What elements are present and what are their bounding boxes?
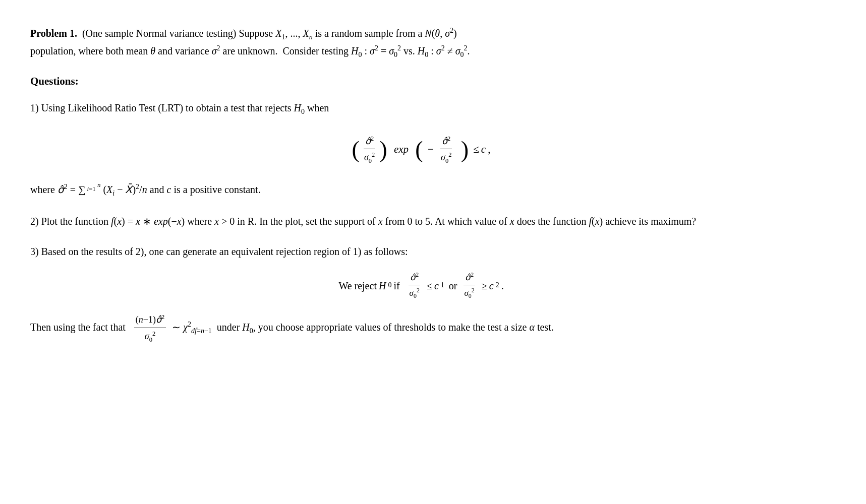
frac-3-den: σ02 bbox=[408, 285, 421, 301]
q3-then-text: Then using the fact that (n−1)σ̂2 σ02 ∼ … bbox=[30, 311, 812, 345]
frac-4-num: σ̂2 bbox=[464, 270, 475, 285]
q2-text: 2) Plot the function f(x) = x ∗ exp(−x) … bbox=[30, 213, 812, 229]
q3-text: 3) Based on the results of 2), one can g… bbox=[30, 243, 812, 260]
right-paren-2: ) bbox=[461, 138, 469, 161]
frac-2-num: σ̂2 bbox=[440, 133, 452, 149]
frac-4: σ̂2 σ02 bbox=[463, 270, 476, 301]
problem-header: Problem 1. (One sample Normal variance t… bbox=[30, 25, 812, 61]
frac-2-den: σ02 bbox=[439, 149, 453, 166]
q1-where: where σ̂2 = ∑i=1n (Xi − X̄)2/n and c is … bbox=[30, 181, 812, 199]
questions-header: Questions: bbox=[30, 73, 812, 90]
question-3: 3) Based on the results of 2), one can g… bbox=[30, 243, 812, 345]
frac-2: σ̂2 σ02 bbox=[439, 133, 453, 166]
frac-1-num: σ̂2 bbox=[364, 133, 375, 149]
frac-4-den: σ02 bbox=[463, 285, 476, 301]
q1-formula: ( σ̂2 σ02 ) exp ( − σ̂2 σ02 ) ≤ c, bbox=[30, 133, 812, 166]
question-1: 1) Using Likelihood Ratio Test (LRT) to … bbox=[30, 100, 812, 199]
q3-rejection-display: We reject H0 if σ̂2 σ02 ≤ c1 or σ̂2 σ02 … bbox=[30, 270, 812, 301]
q1-text: 1) Using Likelihood Ratio Test (LRT) to … bbox=[30, 100, 812, 117]
frac-3: σ̂2 σ02 bbox=[408, 270, 421, 301]
frac-3-num: σ̂2 bbox=[409, 270, 420, 285]
frac-5: (n−1)σ̂2 σ02 bbox=[134, 311, 166, 345]
problem-title: Problem 1. bbox=[30, 28, 77, 39]
frac-1-den: σ02 bbox=[363, 149, 376, 166]
left-paren-2: ( bbox=[415, 138, 423, 161]
right-paren-1: ) bbox=[379, 138, 387, 161]
problem-container: Problem 1. (One sample Normal variance t… bbox=[30, 25, 812, 345]
frac-5-num: (n−1)σ̂2 bbox=[134, 311, 166, 328]
frac-5-den: σ02 bbox=[143, 328, 157, 345]
question-2: 2) Plot the function f(x) = x ∗ exp(−x) … bbox=[30, 213, 812, 229]
frac-1: σ̂2 σ02 bbox=[363, 133, 376, 166]
left-paren-1: ( bbox=[352, 138, 360, 161]
